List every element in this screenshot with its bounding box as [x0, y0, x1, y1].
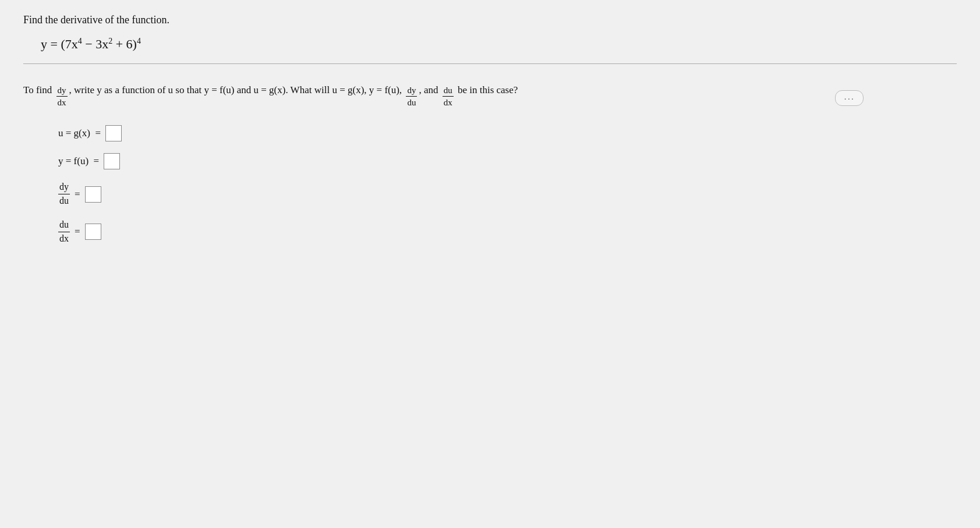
y-fu-answer-box[interactable]: [104, 153, 120, 169]
u-gx-answer-box[interactable]: [105, 125, 122, 141]
y-fu-label: y = f(u) =: [58, 155, 99, 167]
dy-dx-numerator: dy: [56, 85, 68, 97]
du-dx-label-num: du: [58, 219, 70, 232]
page-container: Find the derivative of the function. y =…: [0, 0, 980, 528]
more-button[interactable]: ···: [835, 90, 864, 106]
forms-area: u = g(x) = y = f(u) = dy du = du: [58, 125, 957, 244]
dy-du-label-num: dy: [58, 181, 70, 194]
dy-du-equals: =: [75, 189, 80, 200]
form-row-du-dx: du dx =: [58, 219, 957, 245]
du-dx-equals: =: [75, 226, 80, 238]
du-dx-denominator: dx: [443, 97, 454, 108]
dy-dx-fraction: dy dx: [56, 85, 68, 108]
du-dx-label-den: dx: [58, 232, 70, 245]
instruction-text: To find dy dx , write y as a function of…: [23, 81, 957, 108]
suffix-text: be in this case?: [458, 81, 518, 100]
du-dx-label-fraction: du dx: [58, 219, 70, 245]
dy-du-label-den: du: [58, 194, 70, 207]
and-text: and: [424, 81, 438, 100]
comma-separator: ,: [419, 81, 421, 100]
dy-du-answer-box[interactable]: [85, 186, 101, 203]
function-display: y = (7x4 − 3x2 + 6)4: [41, 37, 957, 52]
content-area: To find dy dx , write y as a function of…: [23, 81, 957, 244]
form-row-u-gx: u = g(x) =: [58, 125, 957, 141]
prefix-text: To find: [23, 81, 52, 100]
du-dx-answer-box[interactable]: [85, 224, 101, 240]
dy-du-fraction: dy du: [406, 85, 417, 108]
function-text: y = (7x4 − 3x2 + 6)4: [41, 37, 141, 51]
dy-dx-denominator: dx: [56, 97, 68, 108]
middle-text: , write y as a function of u so that y =…: [69, 81, 402, 100]
u-gx-label: u = g(x) =: [58, 127, 101, 139]
form-row-y-fu: y = f(u) =: [58, 153, 957, 169]
du-dx-fraction: du dx: [443, 85, 454, 108]
problem-title: Find the derivative of the function.: [23, 14, 957, 26]
du-dx-numerator: du: [443, 85, 454, 97]
section-divider: [23, 63, 957, 64]
form-row-dy-du: dy du =: [58, 181, 957, 207]
dy-du-label-fraction: dy du: [58, 181, 70, 207]
dy-du-denominator: du: [406, 97, 417, 108]
dy-du-numerator: dy: [406, 85, 417, 97]
